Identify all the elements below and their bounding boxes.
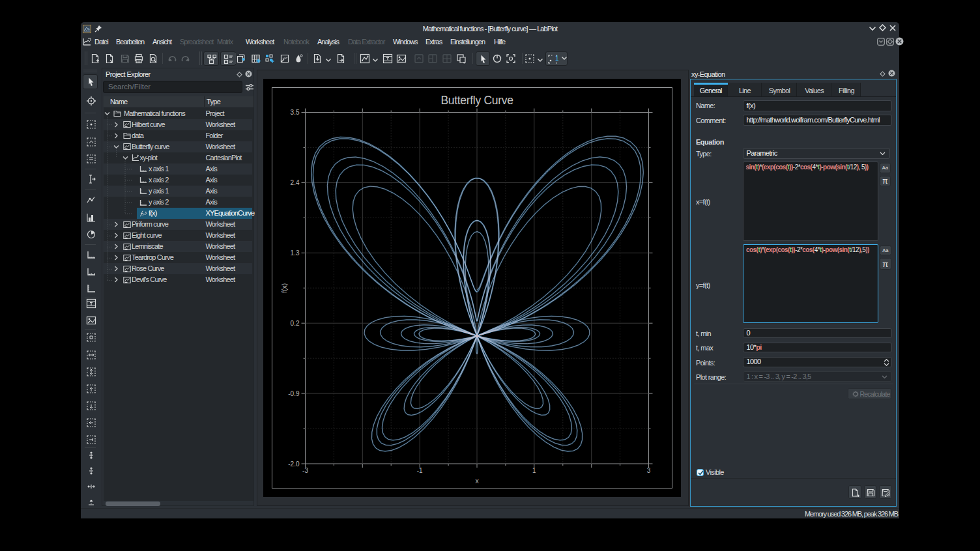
svg-text:Butterfly Curve: Butterfly Curve	[440, 94, 513, 107]
svg-text:-3: -3	[302, 467, 308, 474]
svg-text:f(x): f(x)	[281, 283, 289, 293]
svg-text:x: x	[475, 477, 479, 485]
svg-text:1.3: 1.3	[291, 249, 300, 257]
svg-text:0.2: 0.2	[291, 320, 300, 327]
svg-text:-2.0: -2.0	[288, 460, 300, 468]
svg-text:3.5: 3.5	[291, 109, 300, 116]
svg-text:3: 3	[647, 467, 651, 474]
svg-text:-0.9: -0.9	[288, 390, 300, 397]
svg-text:2.4: 2.4	[291, 179, 300, 186]
svg-text:1: 1	[532, 467, 536, 474]
svg-text:-1: -1	[417, 467, 423, 474]
